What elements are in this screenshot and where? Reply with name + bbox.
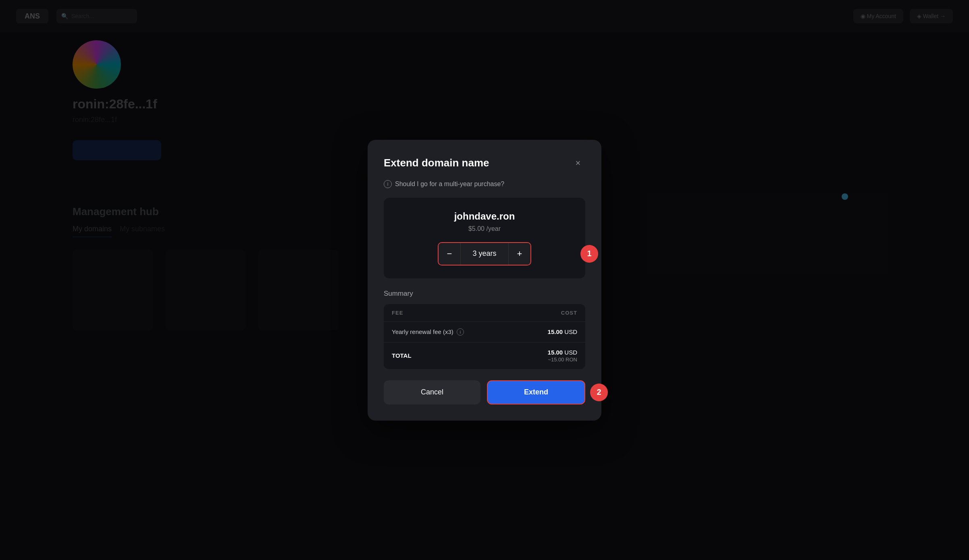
badge-2: 2 — [590, 384, 608, 401]
badge-1: 1 — [580, 245, 598, 263]
summary-table: FEE COST Yearly renewal fee (x3) i 15.00… — [384, 304, 585, 369]
fee-info-icon: i — [457, 328, 464, 336]
stepper-row: − 3 years + 1 — [393, 242, 576, 265]
stepper-value: 3 years — [460, 243, 509, 265]
domain-card-inner: johndave.ron $5.00 /year − 3 years + 1 — [384, 198, 585, 278]
extend-button[interactable]: Extend — [487, 380, 585, 404]
fee-cost-main: 15.00 USD — [548, 328, 577, 335]
fee-label: Yearly renewal fee (x3) i — [392, 328, 464, 336]
decrement-button[interactable]: − — [439, 243, 460, 265]
total-cost-main: 15.00 USD — [548, 349, 577, 356]
modal-backdrop: Extend domain name × i Should I go for a… — [0, 0, 969, 560]
domain-name: johndave.ron — [393, 211, 576, 222]
total-row: TOTAL 15.00 USD ~15.00 RON — [384, 342, 585, 369]
info-icon: i — [384, 180, 392, 188]
modal-header: Extend domain name × — [384, 156, 585, 170]
increment-button[interactable]: + — [509, 243, 530, 265]
extend-domain-modal: Extend domain name × i Should I go for a… — [368, 140, 601, 421]
close-button[interactable]: × — [571, 156, 585, 170]
summary-title: Summary — [384, 290, 585, 298]
total-cost: 15.00 USD ~15.00 RON — [548, 349, 577, 363]
total-cost-sub: ~15.00 RON — [548, 357, 577, 363]
domain-price: $5.00 /year — [393, 225, 576, 232]
fee-header: FEE — [392, 310, 403, 316]
info-text: Should I go for a multi-year purchase? — [395, 180, 504, 188]
info-row: i Should I go for a multi-year purchase? — [384, 180, 585, 188]
summary-table-header: FEE COST — [384, 304, 585, 322]
stepper: − 3 years + — [438, 242, 531, 265]
cost-header: COST — [561, 310, 577, 316]
modal-title: Extend domain name — [384, 157, 489, 169]
total-label: TOTAL — [392, 352, 412, 359]
cancel-button[interactable]: Cancel — [384, 380, 480, 404]
modal-footer: Cancel Extend 2 — [384, 380, 585, 404]
fee-cost: 15.00 USD — [548, 328, 577, 335]
fee-row: Yearly renewal fee (x3) i 15.00 USD — [384, 322, 585, 342]
